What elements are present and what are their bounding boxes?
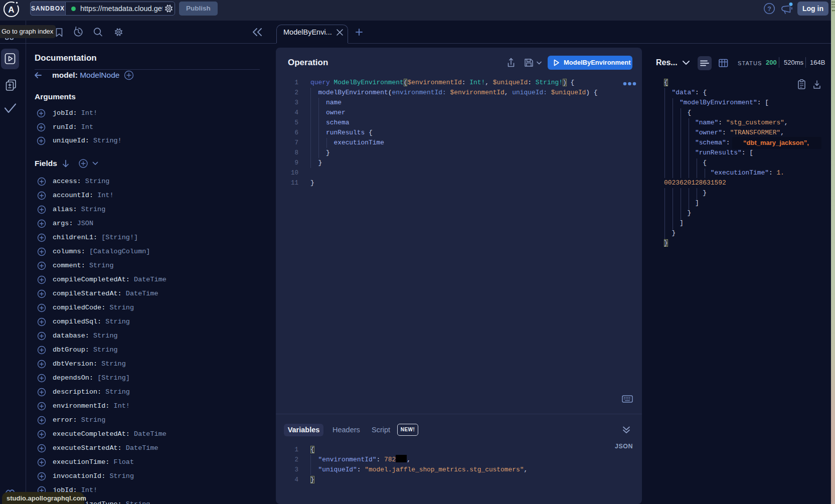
- svg-text:?: ?: [767, 6, 771, 13]
